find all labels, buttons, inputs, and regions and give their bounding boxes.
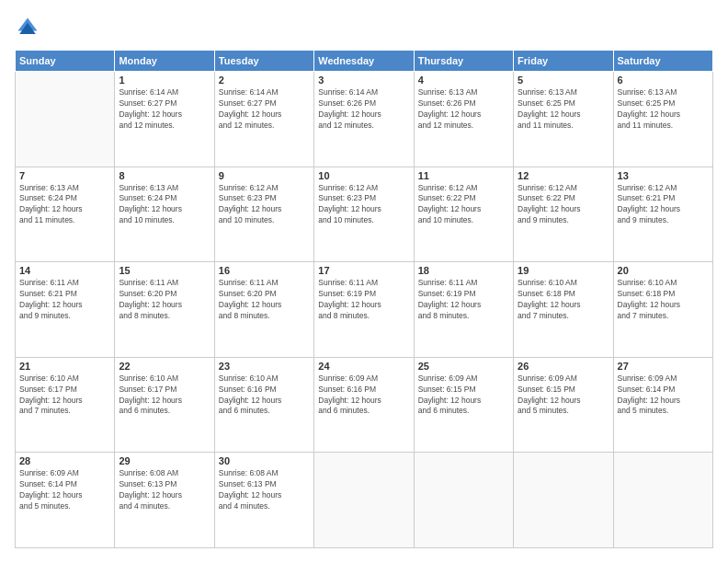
day-info: Sunrise: 6:10 AM Sunset: 6:16 PM Dayligh… — [219, 373, 310, 418]
calendar-cell: 27Sunrise: 6:09 AM Sunset: 6:14 PM Dayli… — [613, 357, 712, 453]
calendar-cell: 19Sunrise: 6:10 AM Sunset: 6:18 PM Dayli… — [514, 262, 613, 358]
calendar-cell: 6Sunrise: 6:13 AM Sunset: 6:25 PM Daylig… — [613, 72, 712, 167]
day-info: Sunrise: 6:09 AM Sunset: 6:14 PM Dayligh… — [19, 468, 110, 512]
calendar-cell — [414, 453, 513, 548]
calendar-cell: 1Sunrise: 6:14 AM Sunset: 6:27 PM Daylig… — [115, 72, 214, 167]
weekday-header-friday: Friday — [514, 51, 613, 72]
day-number: 2 — [219, 75, 310, 86]
calendar-cell: 12Sunrise: 6:12 AM Sunset: 6:22 PM Dayli… — [514, 167, 613, 262]
day-info: Sunrise: 6:12 AM Sunset: 6:22 PM Dayligh… — [518, 183, 609, 227]
day-info: Sunrise: 6:12 AM Sunset: 6:23 PM Dayligh… — [219, 183, 310, 227]
day-info: Sunrise: 6:11 AM Sunset: 6:21 PM Dayligh… — [19, 278, 110, 322]
calendar-cell: 29Sunrise: 6:08 AM Sunset: 6:13 PM Dayli… — [115, 453, 214, 548]
calendar-cell: 28Sunrise: 6:09 AM Sunset: 6:14 PM Dayli… — [16, 453, 115, 548]
day-info: Sunrise: 6:13 AM Sunset: 6:25 PM Dayligh… — [618, 87, 709, 132]
calendar-cell: 22Sunrise: 6:10 AM Sunset: 6:17 PM Dayli… — [115, 357, 214, 453]
day-info: Sunrise: 6:09 AM Sunset: 6:15 PM Dayligh… — [418, 373, 509, 418]
day-number: 20 — [618, 265, 709, 276]
day-number: 29 — [119, 455, 210, 466]
day-number: 21 — [19, 361, 110, 372]
calendar-cell: 10Sunrise: 6:12 AM Sunset: 6:23 PM Dayli… — [314, 167, 414, 262]
logo-icon — [15, 15, 40, 40]
day-info: Sunrise: 6:12 AM Sunset: 6:22 PM Dayligh… — [418, 183, 509, 227]
day-info: Sunrise: 6:09 AM Sunset: 6:16 PM Dayligh… — [318, 373, 409, 418]
calendar-cell: 30Sunrise: 6:08 AM Sunset: 6:13 PM Dayli… — [214, 453, 313, 548]
day-number: 19 — [518, 265, 609, 276]
calendar-cell: 3Sunrise: 6:14 AM Sunset: 6:26 PM Daylig… — [314, 72, 414, 167]
calendar-cell: 15Sunrise: 6:11 AM Sunset: 6:20 PM Dayli… — [115, 262, 214, 358]
calendar-cell: 9Sunrise: 6:12 AM Sunset: 6:23 PM Daylig… — [214, 167, 313, 262]
day-number: 24 — [318, 361, 409, 372]
calendar-cell: 20Sunrise: 6:10 AM Sunset: 6:18 PM Dayli… — [613, 262, 712, 358]
day-number: 8 — [119, 170, 210, 181]
weekday-header-wednesday: Wednesday — [314, 51, 414, 72]
day-number: 26 — [518, 361, 609, 372]
calendar-cell — [514, 453, 613, 548]
day-info: Sunrise: 6:13 AM Sunset: 6:24 PM Dayligh… — [119, 183, 210, 227]
day-info: Sunrise: 6:11 AM Sunset: 6:19 PM Dayligh… — [418, 278, 509, 322]
day-number: 3 — [318, 75, 409, 86]
day-number: 18 — [418, 265, 509, 276]
calendar-cell: 25Sunrise: 6:09 AM Sunset: 6:15 PM Dayli… — [414, 357, 513, 453]
day-number: 1 — [119, 75, 210, 86]
day-info: Sunrise: 6:13 AM Sunset: 6:24 PM Dayligh… — [19, 183, 110, 227]
day-number: 4 — [418, 75, 509, 86]
day-info: Sunrise: 6:10 AM Sunset: 6:18 PM Dayligh… — [518, 278, 609, 322]
calendar-cell: 24Sunrise: 6:09 AM Sunset: 6:16 PM Dayli… — [314, 357, 414, 453]
calendar-week-3: 14Sunrise: 6:11 AM Sunset: 6:21 PM Dayli… — [16, 262, 713, 358]
day-info: Sunrise: 6:11 AM Sunset: 6:20 PM Dayligh… — [219, 278, 310, 322]
calendar-cell: 8Sunrise: 6:13 AM Sunset: 6:24 PM Daylig… — [115, 167, 214, 262]
day-number: 15 — [119, 265, 210, 276]
calendar-header-row: SundayMondayTuesdayWednesdayThursdayFrid… — [16, 51, 713, 72]
day-info: Sunrise: 6:11 AM Sunset: 6:20 PM Dayligh… — [119, 278, 210, 322]
day-info: Sunrise: 6:08 AM Sunset: 6:13 PM Dayligh… — [119, 468, 210, 512]
page: SundayMondayTuesdayWednesdayThursdayFrid… — [0, 0, 728, 563]
day-info: Sunrise: 6:09 AM Sunset: 6:14 PM Dayligh… — [618, 373, 709, 418]
calendar-table: SundayMondayTuesdayWednesdayThursdayFrid… — [15, 50, 713, 548]
day-number: 10 — [318, 170, 409, 181]
day-info: Sunrise: 6:13 AM Sunset: 6:26 PM Dayligh… — [418, 87, 509, 132]
weekday-header-sunday: Sunday — [16, 51, 115, 72]
calendar-cell: 2Sunrise: 6:14 AM Sunset: 6:27 PM Daylig… — [214, 72, 313, 167]
day-number: 5 — [518, 75, 609, 86]
calendar-cell: 17Sunrise: 6:11 AM Sunset: 6:19 PM Dayli… — [314, 262, 414, 358]
header — [15, 15, 713, 40]
day-number: 27 — [618, 361, 709, 372]
day-number: 28 — [19, 455, 110, 466]
calendar-cell: 26Sunrise: 6:09 AM Sunset: 6:15 PM Dayli… — [514, 357, 613, 453]
day-info: Sunrise: 6:10 AM Sunset: 6:17 PM Dayligh… — [119, 373, 210, 418]
day-number: 23 — [219, 361, 310, 372]
day-info: Sunrise: 6:09 AM Sunset: 6:15 PM Dayligh… — [518, 373, 609, 418]
day-number: 25 — [418, 361, 509, 372]
logo — [15, 15, 44, 40]
calendar-cell — [314, 453, 414, 548]
day-number: 17 — [318, 265, 409, 276]
calendar-cell: 14Sunrise: 6:11 AM Sunset: 6:21 PM Dayli… — [16, 262, 115, 358]
day-info: Sunrise: 6:14 AM Sunset: 6:27 PM Dayligh… — [219, 87, 310, 132]
calendar-cell — [16, 72, 115, 167]
day-number: 6 — [618, 75, 709, 86]
day-number: 13 — [618, 170, 709, 181]
day-number: 9 — [219, 170, 310, 181]
calendar-week-4: 21Sunrise: 6:10 AM Sunset: 6:17 PM Dayli… — [16, 357, 713, 453]
day-number: 11 — [418, 170, 509, 181]
calendar-cell: 16Sunrise: 6:11 AM Sunset: 6:20 PM Dayli… — [214, 262, 313, 358]
calendar-cell: 4Sunrise: 6:13 AM Sunset: 6:26 PM Daylig… — [414, 72, 513, 167]
day-info: Sunrise: 6:11 AM Sunset: 6:19 PM Dayligh… — [318, 278, 409, 322]
day-info: Sunrise: 6:12 AM Sunset: 6:21 PM Dayligh… — [618, 183, 709, 227]
calendar-cell: 13Sunrise: 6:12 AM Sunset: 6:21 PM Dayli… — [613, 167, 712, 262]
calendar-cell — [613, 453, 712, 548]
weekday-header-thursday: Thursday — [414, 51, 513, 72]
calendar-week-5: 28Sunrise: 6:09 AM Sunset: 6:14 PM Dayli… — [16, 453, 713, 548]
day-info: Sunrise: 6:10 AM Sunset: 6:17 PM Dayligh… — [19, 373, 110, 418]
day-number: 30 — [219, 455, 310, 466]
calendar-cell: 5Sunrise: 6:13 AM Sunset: 6:25 PM Daylig… — [514, 72, 613, 167]
day-number: 22 — [119, 361, 210, 372]
day-info: Sunrise: 6:14 AM Sunset: 6:26 PM Dayligh… — [318, 87, 409, 132]
weekday-header-monday: Monday — [115, 51, 214, 72]
day-info: Sunrise: 6:10 AM Sunset: 6:18 PM Dayligh… — [618, 278, 709, 322]
calendar-cell: 18Sunrise: 6:11 AM Sunset: 6:19 PM Dayli… — [414, 262, 513, 358]
day-info: Sunrise: 6:13 AM Sunset: 6:25 PM Dayligh… — [518, 87, 609, 132]
day-info: Sunrise: 6:08 AM Sunset: 6:13 PM Dayligh… — [219, 468, 310, 512]
weekday-header-tuesday: Tuesday — [214, 51, 313, 72]
